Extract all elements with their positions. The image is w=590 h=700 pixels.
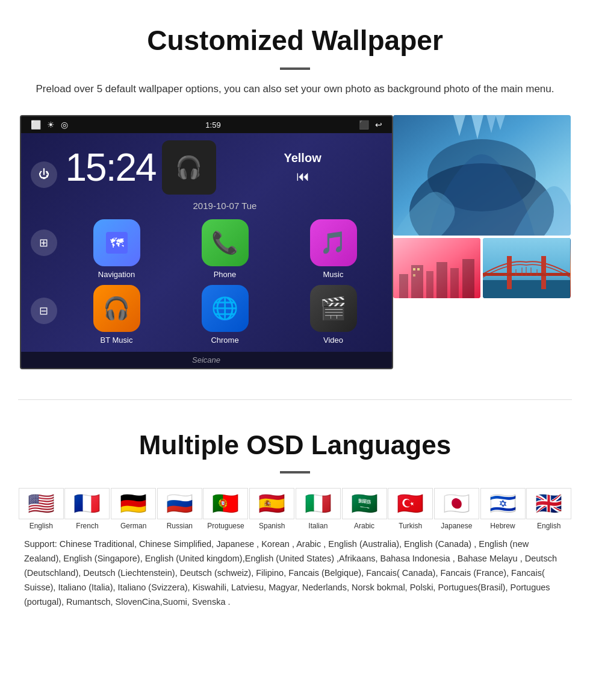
svg-rect-14	[450, 268, 459, 298]
flag-item-6: 🇮🇹 Italian	[295, 488, 341, 530]
title-divider	[280, 67, 310, 70]
flag-emoji-1: 🇫🇷	[64, 488, 110, 519]
app-bt-music[interactable]: 🎧 BT Music	[66, 285, 168, 345]
flag-emoji-5: 🇪🇸	[249, 488, 294, 519]
wallpaper-pink	[393, 238, 481, 298]
status-bar-right: ⬛ ↩	[359, 120, 382, 130]
power-button[interactable]: ⏻	[31, 161, 57, 188]
flag-emoji-4: 🇵🇹	[203, 488, 248, 519]
chrome-icon: 🌐	[202, 285, 249, 332]
bt-icon: 🎧	[93, 285, 140, 332]
music-label: Music	[323, 270, 344, 279]
flag-item-5: 🇪🇸 Spanish	[249, 488, 295, 530]
phone-icon: 📞	[202, 219, 249, 266]
svg-rect-18	[413, 274, 415, 277]
music-widget: 🎧	[162, 140, 216, 195]
flag-label-2: German	[120, 522, 146, 530]
flag-emoji-9: 🇯🇵	[434, 488, 479, 519]
wallpaper-description: Preload over 5 default wallpaper options…	[30, 81, 560, 97]
languages-section: Multiple OSD Languages 🇺🇸 English 🇫🇷 Fre…	[0, 412, 590, 622]
status-bar-left: ⬜ ☀ ◎	[31, 120, 68, 130]
flag-item-9: 🇯🇵 Japanese	[433, 488, 480, 530]
flag-item-8: 🇹🇷 Turkish	[387, 488, 433, 530]
wallpaper-section: Customized Wallpaper Preload over 5 defa…	[0, 0, 590, 387]
flag-emoji-10: 🇮🇱	[480, 488, 526, 519]
support-text: Support: Chinese Traditional, Chinese Si…	[18, 537, 572, 610]
status-icon-brightness: ☀	[47, 120, 55, 130]
phone-screen: ⬜ ☀ ◎ 1:59 ⬛ ↩ ⏻ ⊞ ⊟	[20, 115, 393, 369]
flag-item-3: 🇷🇺 Russian	[157, 488, 203, 530]
status-bar: ⬜ ☀ ◎ 1:59 ⬛ ↩	[21, 116, 392, 133]
flag-emoji-3: 🇷🇺	[157, 488, 202, 519]
clock-area: 15:24 🎧 Yellow ⏮	[66, 140, 385, 195]
status-time: 1:59	[205, 120, 220, 130]
flag-item-11: 🇬🇧 English	[526, 488, 572, 530]
music-title: Yellow	[221, 151, 385, 165]
flag-emoji-6: 🇮🇹	[296, 488, 341, 519]
flag-item-7: 🇸🇦 Arabic	[341, 488, 388, 530]
app-phone[interactable]: 📞 Phone	[174, 219, 276, 279]
svg-rect-17	[417, 268, 420, 270]
app-music[interactable]: 🎵 Music	[282, 219, 385, 279]
mockup-container: ⬜ ☀ ◎ 1:59 ⬛ ↩ ⏻ ⊞ ⊟	[18, 115, 572, 369]
video-label: Video	[323, 336, 343, 345]
wallpaper-bridge	[483, 238, 571, 298]
music-prev-icon[interactable]: ⏮	[221, 169, 385, 184]
bt-label: BT Music	[101, 336, 133, 345]
screen-sidebar: ⏻ ⊞ ⊟	[28, 140, 60, 345]
flag-emoji-2: 🇩🇪	[111, 488, 156, 519]
svg-rect-21	[507, 256, 512, 289]
status-icon-gps: ◎	[61, 120, 68, 130]
wallpaper-ice	[393, 115, 571, 236]
flag-label-3: Russian	[167, 522, 193, 530]
flag-item-1: 🇫🇷 French	[64, 488, 111, 530]
flag-item-2: 🇩🇪 German	[110, 488, 157, 530]
languages-divider	[280, 471, 310, 473]
app-navigation[interactable]: 🗺 Navigation	[66, 219, 168, 279]
flag-label-4: Protuguese	[207, 522, 244, 530]
wallpaper-thumbnails	[393, 115, 571, 298]
music-info: Yellow ⏮	[221, 151, 385, 184]
watermark-text: Seicane	[192, 355, 220, 364]
app-chrome[interactable]: 🌐 Chrome	[174, 285, 276, 345]
flag-label-5: Spanish	[259, 522, 285, 530]
flags-row: 🇺🇸 English 🇫🇷 French 🇩🇪 German 🇷🇺 Russia…	[18, 488, 572, 530]
clock-date: 2019-10-07 Tue	[66, 201, 385, 211]
flag-emoji-0: 🇺🇸	[19, 488, 64, 519]
flag-label-6: Italian	[308, 522, 328, 530]
settings-button[interactable]: ⊟	[31, 298, 57, 324]
section-divider-hr	[18, 399, 572, 400]
flag-label-9: Japanese	[441, 522, 472, 530]
languages-title: Multiple OSD Languages	[18, 430, 572, 460]
svg-text:🗺: 🗺	[110, 236, 124, 251]
flag-label-8: Turkish	[399, 522, 422, 530]
nav-label: Navigation	[98, 270, 135, 279]
status-icon-home: ⬜	[31, 120, 41, 130]
flag-label-11: English	[537, 522, 560, 530]
app-video[interactable]: 🎬 Video	[282, 285, 385, 345]
screen-center: 15:24 🎧 Yellow ⏮ 2019-10-07 Tue	[66, 140, 385, 345]
svg-rect-10	[399, 274, 408, 298]
svg-rect-20	[483, 280, 570, 298]
svg-rect-22	[541, 256, 546, 289]
flag-label-10: Hebrew	[490, 522, 515, 530]
wallpaper-title: Customized Wallpaper	[18, 24, 572, 57]
status-icon-back: ↩	[375, 120, 382, 130]
flag-emoji-7: 🇸🇦	[342, 488, 387, 519]
video-icon: 🎬	[310, 285, 357, 332]
app-grid: 🗺 Navigation 📞 Phone	[66, 219, 385, 345]
svg-rect-15	[462, 259, 474, 298]
svg-rect-12	[426, 271, 433, 298]
flag-item-10: 🇮🇱 Hebrew	[480, 488, 526, 530]
svg-rect-13	[436, 262, 447, 298]
flag-label-1: French	[76, 522, 98, 530]
flag-item-4: 🇵🇹 Protuguese	[203, 488, 249, 530]
chrome-label: Chrome	[211, 336, 238, 345]
grid-button[interactable]: ⊞	[31, 230, 57, 256]
flag-label-7: Arabic	[354, 522, 374, 530]
phone-label: Phone	[214, 270, 237, 279]
seicane-watermark: Seicane	[21, 352, 392, 368]
flag-item-0: 🇺🇸 English	[18, 488, 64, 530]
flag-emoji-11: 🇬🇧	[526, 488, 571, 519]
flag-label-0: English	[30, 522, 53, 530]
